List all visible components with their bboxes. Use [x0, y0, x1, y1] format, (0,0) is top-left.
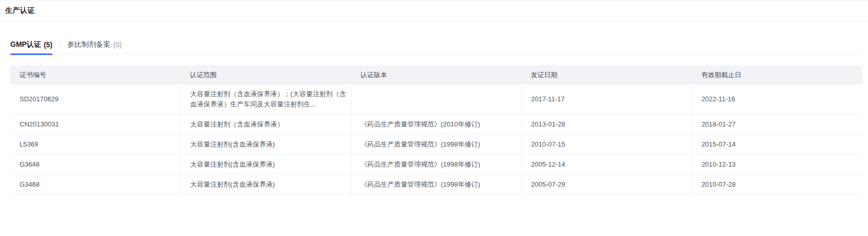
tab-bar: GMP认证 (5) 参比制剂备案 (0): [10, 35, 862, 55]
cell-certificate-no: SD20170629: [10, 84, 181, 115]
column-header-certification-version: 认证版本: [351, 65, 522, 84]
page-title: 生产认证: [5, 6, 35, 15]
cell-certificate-no: G3468: [10, 175, 181, 195]
cell-certificate-no: L5369: [10, 135, 181, 155]
table-row: G3468 大容量注射剂(含血液保养液) 《药品生产质量管理规范》(1998年修…: [10, 175, 862, 195]
cell-issue-date: 2017-11-17: [522, 84, 692, 115]
cell-certification-version: 《药品生产质量管理规范》(1998年修订): [351, 175, 522, 195]
cell-certification-version: 《药品生产质量管理规范》(1998年修订): [351, 155, 522, 175]
tab-reference-preparation-filing[interactable]: 参比制剂备案 (0): [67, 35, 122, 54]
cell-certification-scope: 大容量注射剂(含血液保养液): [181, 135, 352, 155]
cell-certificate-no: CN20130031: [10, 115, 181, 135]
cell-issue-date: 2010-07-15: [522, 135, 692, 155]
cell-issue-date: 2013-01-28: [522, 115, 692, 135]
cell-certification-version: 《药品生产质量管理规范》(1998年修订): [351, 135, 522, 155]
tab-count-badge: (5): [44, 41, 52, 49]
table-row: CN20130031 大容量注射剂（含血液保养液） 《药品生产质量管理规范》(2…: [10, 115, 862, 135]
table-row: G3648 大容量注射剂(含血液保养液) 《药品生产质量管理规范》(1998年修…: [10, 155, 862, 175]
cell-certification-scope: 大容量注射剂(含血液保养液): [181, 175, 352, 195]
tab-count-badge: (0): [113, 41, 122, 49]
cell-certification-scope: 大容量注射剂（含血液保养液）；(大容量注射剂（含血液保养液）生产车间及大容量注射…: [181, 84, 352, 115]
column-header-certificate-no: 证书编号: [10, 65, 181, 84]
main-content: GMP认证 (5) 参比制剂备案 (0) 证书编号 认证范围 认证版本 发证日期…: [0, 35, 868, 195]
column-header-certification-scope: 认证范围: [181, 65, 352, 84]
certificates-table-container: 证书编号 认证范围 认证版本 发证日期 有效期截止日 SD20170629 大容…: [10, 65, 862, 195]
cell-expiry-date: 2015-07-14: [692, 135, 862, 155]
cell-expiry-date: 2010-07-28: [692, 175, 862, 195]
cell-issue-date: 2005-07-29: [522, 175, 692, 195]
cell-certification-version: 《药品生产质量管理规范》(2010年修订): [351, 115, 522, 135]
cell-certificate-no: G3648: [10, 155, 181, 175]
cell-expiry-date: 2010-12-13: [692, 155, 862, 175]
table-body: SD20170629 大容量注射剂（含血液保养液）；(大容量注射剂（含血液保养液…: [10, 84, 862, 195]
cell-issue-date: 2005-12-14: [522, 155, 692, 175]
table-row: L5369 大容量注射剂(含血液保养液) 《药品生产质量管理规范》(1998年修…: [10, 135, 862, 155]
section-header-bar: 生产认证: [0, 0, 868, 21]
cell-certification-scope: 大容量注射剂(含血液保养液): [181, 155, 352, 175]
tab-divider: [60, 41, 60, 48]
column-header-issue-date: 发证日期: [522, 65, 692, 84]
certificates-table: 证书编号 认证范围 认证版本 发证日期 有效期截止日 SD20170629 大容…: [10, 65, 862, 195]
tab-gmp-certification[interactable]: GMP认证 (5): [10, 35, 52, 54]
tab-label: GMP认证: [10, 40, 41, 49]
table-row: SD20170629 大容量注射剂（含血液保养液）；(大容量注射剂（含血液保养液…: [10, 84, 862, 115]
table-header-row: 证书编号 认证范围 认证版本 发证日期 有效期截止日: [10, 65, 862, 84]
tab-label: 参比制剂备案: [67, 40, 110, 49]
cell-expiry-date: 2022-11-16: [692, 84, 862, 115]
cell-certification-version: [351, 84, 522, 115]
column-header-expiry-date: 有效期截止日: [692, 65, 862, 84]
cell-expiry-date: 2018-01-27: [692, 115, 862, 135]
cell-certification-scope: 大容量注射剂（含血液保养液）: [181, 115, 352, 135]
